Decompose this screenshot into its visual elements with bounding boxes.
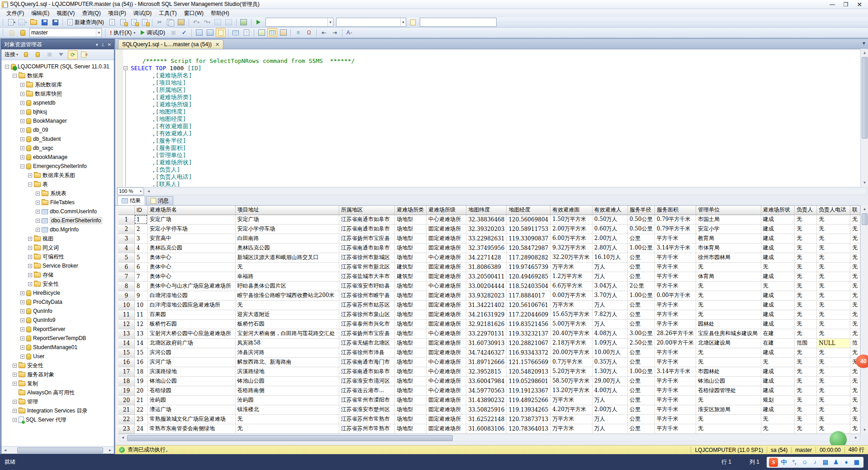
expand-icon[interactable]: + bbox=[13, 382, 17, 386]
grid-cell[interactable]: 无 bbox=[817, 234, 850, 243]
grid-cell[interactable]: 0.00平方千米 bbox=[655, 291, 696, 300]
expand-icon[interactable]: + bbox=[20, 309, 24, 313]
snippets-button[interactable] bbox=[278, 28, 288, 37]
grid-cell[interactable]: 无 bbox=[761, 424, 795, 433]
grid-cell[interactable]: 平方千米 bbox=[655, 348, 696, 357]
grid-column-header[interactable]: 项目地址 bbox=[235, 206, 339, 215]
grid-cell[interactable]: 江苏省徐州市睢宁县 bbox=[339, 291, 394, 300]
navigate-forward-button[interactable] bbox=[224, 18, 234, 27]
expand-icon[interactable]: + bbox=[20, 318, 24, 322]
grid-cell[interactable]: 31.89712666 bbox=[466, 357, 507, 367]
analysis-xmla-query-button[interactable] bbox=[140, 18, 150, 27]
decrease-indent-icon[interactable]: ⇤ bbox=[319, 28, 329, 37]
grid-cell[interactable]: 奥林匹克公园 bbox=[235, 243, 339, 253]
grid-cell[interactable]: 平方千米 bbox=[655, 414, 696, 424]
grid-cell[interactable]: 19 bbox=[134, 376, 147, 386]
new-item-dropdown-button[interactable]: ▾ bbox=[7, 18, 17, 27]
grid-cell[interactable]: 无 bbox=[817, 272, 850, 281]
tree-item[interactable]: +ReportServerTempDB bbox=[1, 334, 114, 343]
grid-cell[interactable]: 31.8086389 bbox=[466, 262, 507, 272]
table-row[interactable]: 1920苍梧绿园苍梧路南侧江苏省连云港市...场地型中心避难场所34.59770… bbox=[119, 386, 860, 395]
open-file-button[interactable] bbox=[28, 18, 38, 27]
grid-cell[interactable]: 建成 bbox=[761, 310, 795, 319]
grid-cell[interactable]: 钵池山公园 bbox=[147, 376, 235, 386]
grid-cell[interactable]: 江苏省苏州市常熟市 bbox=[339, 424, 394, 433]
table-row[interactable]: 1111百果园迎宾大道附近江苏省徐州市泉山区场地型固定避难场所34.216319… bbox=[119, 310, 860, 319]
grid-cell[interactable]: 13 bbox=[134, 329, 147, 338]
grid-cell[interactable]: 奥体中心 bbox=[147, 272, 235, 281]
grid-cell[interactable]: 白洋湾湿地公园应急避难场所 bbox=[147, 300, 235, 310]
grid-cell[interactable]: 平方千米 bbox=[655, 272, 696, 281]
tree-item[interactable]: +db_09 bbox=[1, 125, 114, 134]
grid-cell[interactable]: 新城区汉源大道和峨眉山路交叉口 bbox=[235, 253, 339, 262]
grid-cell[interactable]: 2.50公里 bbox=[627, 338, 655, 348]
grid-cell[interactable]: 119.33090837 bbox=[507, 234, 550, 243]
grid-cell[interactable]: 5.20万平方米 bbox=[550, 367, 593, 376]
tree-item[interactable]: +服务器对象 bbox=[1, 370, 114, 379]
grid-cell[interactable]: 中心避难场所 bbox=[426, 329, 466, 338]
table-row[interactable]: 2324常熟市东南管委会南侧绿地无江苏省苏州市常熟市场地型固定避难场所31.60… bbox=[119, 424, 860, 433]
grid-cell[interactable]: 无 bbox=[850, 281, 860, 291]
grid-cell[interactable]: 无 bbox=[235, 300, 339, 310]
grid-cell[interactable]: 无 bbox=[696, 262, 761, 272]
grid-cell[interactable]: 北塘区建设局 bbox=[696, 338, 761, 348]
row-number-cell[interactable]: 15 bbox=[119, 348, 134, 357]
grid-cell[interactable]: 万人 bbox=[592, 272, 627, 281]
grid-cell[interactable]: 范围 bbox=[795, 338, 817, 348]
tab-messages[interactable]: 消息 bbox=[146, 196, 173, 205]
grid-cell[interactable]: 漕运广场 bbox=[147, 405, 235, 414]
tree-item[interactable]: +可编程性 bbox=[1, 252, 114, 261]
grid-cell[interactable]: 万人 bbox=[592, 319, 627, 329]
grid-cell[interactable]: 安定广场 bbox=[147, 215, 235, 224]
grid-cell[interactable]: 建成 bbox=[761, 386, 795, 395]
grid-cell[interactable]: 江苏省南通市如皋市 bbox=[339, 367, 394, 376]
grid-cell[interactable]: 建成 bbox=[761, 348, 795, 357]
expand-icon[interactable]: + bbox=[28, 246, 32, 250]
table-row[interactable]: 1718滨溪路绿地滨溪路绿地江苏省南通市如皋市场地型中心避难场所32.39528… bbox=[119, 367, 860, 376]
expand-icon[interactable]: + bbox=[20, 137, 24, 141]
grid-cell[interactable]: 场地型 bbox=[395, 281, 427, 291]
ime-punct-icon[interactable]: °, bbox=[790, 458, 799, 467]
grid-cell[interactable]: 场地型 bbox=[395, 386, 427, 395]
grid-cell[interactable]: 31.34221402 bbox=[466, 300, 507, 310]
grid-cell[interactable]: 江苏省苏州市常熟市 bbox=[339, 414, 394, 424]
grid-cell[interactable]: 公里 bbox=[627, 348, 655, 357]
grid-cell[interactable]: 场地型 bbox=[395, 329, 427, 338]
debug-button[interactable]: 调试(D) bbox=[138, 28, 168, 37]
grid-cell[interactable]: 2.18万平方米 bbox=[550, 338, 593, 348]
tree-item[interactable]: +系统表 bbox=[1, 189, 114, 198]
grid-cell[interactable]: 33.60047984 bbox=[466, 376, 507, 386]
grid-cell[interactable]: 无 bbox=[817, 319, 850, 329]
grid-cell[interactable]: 盱眙县奥体公园片区 bbox=[235, 281, 339, 291]
grid-cell[interactable]: 万平方米 bbox=[550, 395, 593, 405]
grid-cell[interactable]: 无 bbox=[817, 300, 850, 310]
analysis-dmx-query-button[interactable] bbox=[129, 18, 139, 27]
grid-cell[interactable]: 安定小学停车场 bbox=[235, 224, 339, 234]
window-position-icon[interactable]: ▾ bbox=[96, 42, 98, 47]
grid-cell[interactable]: 体育局 bbox=[696, 272, 761, 281]
table-row[interactable]: 11安定广场安定广场江苏省南通市如皋市场地型中心避难场所32.388364681… bbox=[119, 215, 860, 224]
grid-cell[interactable]: 江苏省盐城市大丰市 bbox=[339, 272, 394, 281]
grid-cell[interactable]: 无 bbox=[850, 262, 860, 272]
row-number-cell[interactable]: 1 bbox=[119, 215, 134, 224]
grid-cell[interactable]: 21 bbox=[134, 395, 147, 405]
menu-item[interactable]: 项目(P) bbox=[104, 9, 130, 18]
filter-icon[interactable] bbox=[56, 50, 66, 59]
grid-cell[interactable]: 江苏省苏州市姑苏区 bbox=[339, 300, 394, 310]
grid-cell[interactable]: 无 bbox=[696, 424, 761, 433]
grid-cell[interactable]: 无 bbox=[761, 357, 795, 367]
grid-cell[interactable]: 无 bbox=[850, 395, 860, 405]
grid-cell[interactable]: 7 bbox=[134, 272, 147, 281]
grid-cell[interactable]: 无 bbox=[850, 300, 860, 310]
row-number-cell[interactable]: 10 bbox=[119, 300, 134, 310]
grid-cell[interactable]: 教育局 bbox=[696, 234, 761, 243]
table-row[interactable]: 2223常熟服装城文化广场应急避难场无江苏省苏州市常熟市场地型固定避难场所31.… bbox=[119, 414, 860, 424]
grid-cell[interactable]: 120.56106761 bbox=[507, 300, 550, 310]
grid-cell[interactable]: 3.70万人 bbox=[592, 291, 627, 300]
grid-cell[interactable]: 无 bbox=[235, 414, 339, 424]
grid-cell[interactable]: 中心避难场所 bbox=[426, 215, 466, 224]
grid-cell[interactable]: 0.7万平方米 bbox=[550, 357, 593, 367]
menu-item[interactable]: 帮助(H) bbox=[207, 9, 233, 18]
expand-icon[interactable]: + bbox=[13, 400, 17, 404]
grid-cell[interactable]: 无 bbox=[817, 262, 850, 272]
